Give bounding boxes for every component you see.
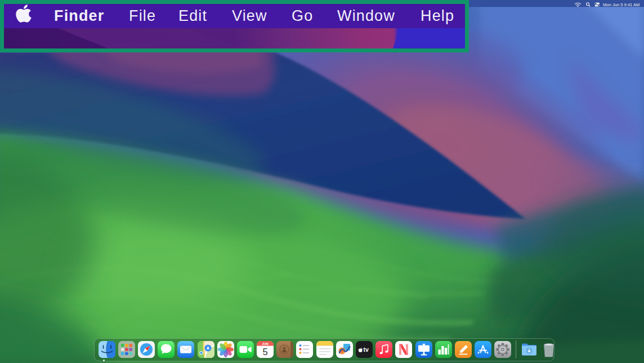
svg-text:tv: tv [364,346,369,353]
svg-text:Mon Jun 5 9:41 AM: Mon Jun 5 9:41 AM [603,2,639,7]
svg-text:JUN: JUN [262,342,269,346]
svg-text:5: 5 [263,347,268,357]
